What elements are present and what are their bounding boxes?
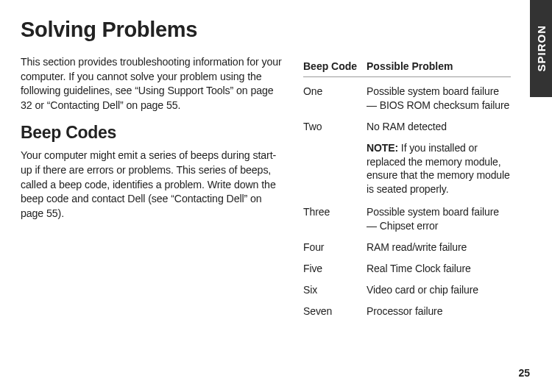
table-row: Three Possible system board failure — Ch… xyxy=(303,205,511,233)
table-row: Four RAM read/write failure xyxy=(303,240,511,254)
table-row: Six Video card or chip failure xyxy=(303,283,511,297)
cell-code-empty xyxy=(303,141,367,197)
cell-code: Four xyxy=(303,240,367,254)
cell-problem: Possible system board failure — BIOS ROM… xyxy=(367,85,511,113)
beep-intro-paragraph: Your computer might emit a series of bee… xyxy=(21,149,286,221)
right-column: Beep Code Possible Problem One Possible … xyxy=(303,18,523,326)
table-row: Five Real Time Clock failure xyxy=(303,262,511,276)
note-label: NOTE: xyxy=(367,142,398,154)
cell-code: Two xyxy=(303,120,367,134)
cell-code: Seven xyxy=(303,304,367,318)
cell-code: One xyxy=(303,85,367,113)
header-possible-problem: Possible Problem xyxy=(367,60,511,72)
table-row: Seven Processor failure xyxy=(303,304,511,318)
intro-paragraph: This section provides troubleshooting in… xyxy=(21,55,286,113)
page-content: Solving Problems This section provides t… xyxy=(0,0,552,341)
table-row-note: NOTE: If you installed or replaced the m… xyxy=(303,141,511,197)
page-number: 25 xyxy=(518,367,530,379)
left-column: Solving Problems This section provides t… xyxy=(21,18,286,326)
cell-problem: Possible system board failure — Chipset … xyxy=(367,205,511,233)
table-header-row: Beep Code Possible Problem xyxy=(303,60,511,77)
header-beep-code: Beep Code xyxy=(303,60,367,72)
side-tab-label: SPIRON xyxy=(535,25,548,72)
cell-problem: Video card or chip failure xyxy=(367,283,511,297)
cell-note: NOTE: If you installed or replaced the m… xyxy=(367,141,511,197)
cell-problem: RAM read/write failure xyxy=(367,240,511,254)
page-title: Solving Problems xyxy=(21,18,286,42)
cell-problem: Processor failure xyxy=(367,304,511,318)
table-row: Two No RAM detected xyxy=(303,120,511,134)
cell-code: Three xyxy=(303,205,367,233)
cell-problem: Real Time Clock failure xyxy=(367,262,511,276)
cell-code: Five xyxy=(303,262,367,276)
table-row: One Possible system board failure — BIOS… xyxy=(303,85,511,113)
side-tab: SPIRON xyxy=(530,0,552,97)
cell-code: Six xyxy=(303,283,367,297)
subheading-beep-codes: Beep Codes xyxy=(21,123,286,143)
cell-problem: No RAM detected xyxy=(367,120,511,134)
